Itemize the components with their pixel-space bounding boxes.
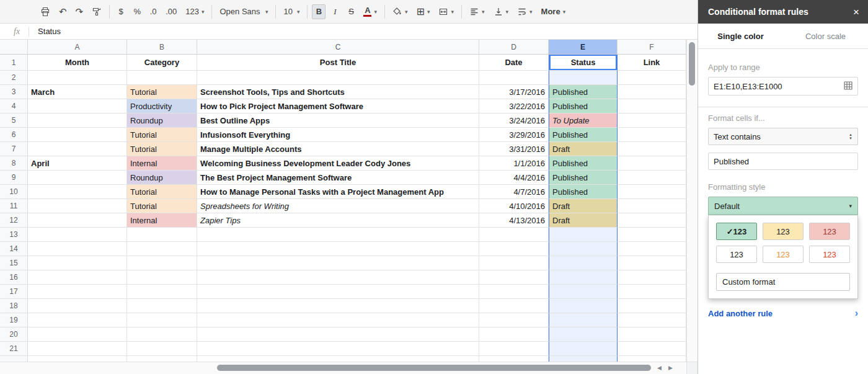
cell-B2[interactable] xyxy=(127,71,197,85)
cell-E9[interactable]: Published xyxy=(549,171,618,185)
close-icon[interactable]: × xyxy=(853,7,859,17)
cell-D5[interactable]: 3/24/2016 xyxy=(479,114,549,128)
cell-A9[interactable] xyxy=(28,171,127,185)
row-header-19[interactable]: 19 xyxy=(0,313,28,327)
cell-B9[interactable]: Roundup xyxy=(127,171,197,185)
row-header-12[interactable]: 12 xyxy=(0,213,28,228)
column-header-C[interactable]: C xyxy=(197,40,479,55)
cell-A11[interactable] xyxy=(28,199,127,213)
column-header-F[interactable]: F xyxy=(618,40,686,55)
redo-button[interactable]: ↷ xyxy=(73,4,87,19)
cell-B4[interactable]: Productivity xyxy=(127,99,197,114)
cell-E3[interactable]: Published xyxy=(549,85,618,99)
cell-B10[interactable]: Tutorial xyxy=(127,185,197,199)
cell-D14[interactable] xyxy=(479,242,549,256)
cell-D6[interactable]: 3/29/2016 xyxy=(479,128,549,142)
cell-D19[interactable] xyxy=(479,313,549,327)
range-input[interactable]: E1:E10,E13:E1000 xyxy=(708,77,858,96)
formula-bar[interactable]: fx Status xyxy=(0,24,698,40)
horizontal-scrollbar-thumb[interactable] xyxy=(217,365,651,371)
column-header-E[interactable]: E xyxy=(549,40,618,55)
row-header-1[interactable]: 1 xyxy=(0,55,28,71)
bold-button[interactable]: B xyxy=(312,4,326,19)
cell-E10[interactable]: Published xyxy=(549,185,618,199)
cell-D17[interactable] xyxy=(479,285,549,299)
row-header-16[interactable]: 16 xyxy=(0,270,28,285)
cell-D13[interactable] xyxy=(479,228,549,242)
cell-F4[interactable] xyxy=(618,99,686,114)
cell-C21[interactable] xyxy=(197,342,479,356)
condition-value-input[interactable] xyxy=(708,153,858,170)
formula-bar-value[interactable]: Status xyxy=(38,27,61,36)
cell-F17[interactable] xyxy=(618,285,686,299)
row-header-7[interactable]: 7 xyxy=(0,142,28,156)
cell-A3[interactable]: March xyxy=(28,85,127,99)
style-swatch-6[interactable]: 123 xyxy=(809,246,850,263)
cell-D21[interactable] xyxy=(479,342,549,356)
cell-F1[interactable]: Link xyxy=(618,55,686,71)
text-wrap-button[interactable]: ▾ xyxy=(514,4,536,19)
cell-C11[interactable]: Spreadsheets for Writing xyxy=(197,199,479,213)
row-header-5[interactable]: 5 xyxy=(0,114,28,128)
cell-E15[interactable] xyxy=(549,256,618,270)
row-header-10[interactable]: 10 xyxy=(0,185,28,199)
cell-C5[interactable]: Best Outline Apps xyxy=(197,114,479,128)
cell-F12[interactable] xyxy=(618,213,686,228)
cell-E18[interactable] xyxy=(549,299,618,313)
cell-F18[interactable] xyxy=(618,299,686,313)
cell-B18[interactable] xyxy=(127,299,197,313)
cell-F15[interactable] xyxy=(618,256,686,270)
cell-D18[interactable] xyxy=(479,299,549,313)
cell-B12[interactable]: Internal xyxy=(127,213,197,228)
cell-D9[interactable]: 4/4/2016 xyxy=(479,171,549,185)
cell-F19[interactable] xyxy=(618,313,686,327)
row-header-21[interactable]: 21 xyxy=(0,342,28,356)
cell-A8[interactable]: April xyxy=(28,156,127,171)
merge-cells-button[interactable]: ▾ xyxy=(435,4,457,19)
cell-B8[interactable]: Internal xyxy=(127,156,197,171)
cell-C19[interactable] xyxy=(197,313,479,327)
cell-E8[interactable]: Published xyxy=(549,156,618,171)
cell-A17[interactable] xyxy=(28,285,127,299)
cell-C9[interactable]: The Best Project Management Software xyxy=(197,171,479,185)
tab-single-color[interactable]: Single color xyxy=(698,24,783,48)
scroll-left-icon[interactable]: ◀ xyxy=(657,365,662,371)
cell-A6[interactable] xyxy=(28,128,127,142)
cell-D11[interactable]: 4/10/2016 xyxy=(479,199,549,213)
cell-E16[interactable] xyxy=(549,270,618,285)
cell-B1[interactable]: Category xyxy=(127,55,197,71)
cell-B11[interactable]: Tutorial xyxy=(127,199,197,213)
cell-E1[interactable]: Status xyxy=(549,55,618,71)
cell-C14[interactable] xyxy=(197,242,479,256)
cell-B7[interactable]: Tutorial xyxy=(127,142,197,156)
cell-C7[interactable]: Manage Multiple Accounts xyxy=(197,142,479,156)
cell-B19[interactable] xyxy=(127,313,197,327)
undo-button[interactable]: ↶ xyxy=(56,4,70,19)
cell-A5[interactable] xyxy=(28,114,127,128)
cell-E13[interactable] xyxy=(549,228,618,242)
cell-A18[interactable] xyxy=(28,299,127,313)
cell-B20[interactable] xyxy=(127,327,197,342)
cell-B5[interactable]: Roundup xyxy=(127,114,197,128)
cell-C1[interactable]: Post Title xyxy=(197,55,479,71)
cell-F6[interactable] xyxy=(618,128,686,142)
cell-D7[interactable]: 3/31/2016 xyxy=(479,142,549,156)
cell-D20[interactable] xyxy=(479,327,549,342)
cell-A4[interactable] xyxy=(28,99,127,114)
cell-A14[interactable] xyxy=(28,242,127,256)
condition-select[interactable]: Text contains ▲ ▼ xyxy=(708,128,858,145)
row-header-11[interactable]: 11 xyxy=(0,199,28,213)
row-header-2[interactable]: 2 xyxy=(0,71,28,85)
cell-B13[interactable] xyxy=(127,228,197,242)
cell-F7[interactable] xyxy=(618,142,686,156)
row-header-4[interactable]: 4 xyxy=(0,99,28,114)
cell-D8[interactable]: 1/1/2016 xyxy=(479,156,549,171)
cell-F10[interactable] xyxy=(618,185,686,199)
cell-F5[interactable] xyxy=(618,114,686,128)
cell-C15[interactable] xyxy=(197,256,479,270)
cell-C17[interactable] xyxy=(197,285,479,299)
more-button[interactable]: More ▾ xyxy=(538,4,569,19)
cell-F9[interactable] xyxy=(618,171,686,185)
row-header-17[interactable]: 17 xyxy=(0,285,28,299)
cell-B14[interactable] xyxy=(127,242,197,256)
